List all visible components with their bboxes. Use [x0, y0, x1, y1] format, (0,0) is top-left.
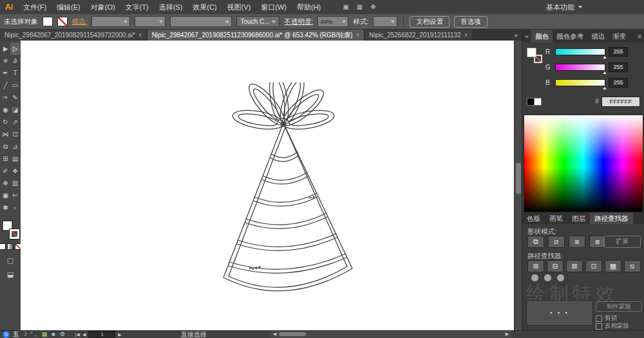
shape-builder-tool[interactable]: ⧉ [1, 140, 10, 153]
hand-tool[interactable]: ✽ [1, 202, 10, 214]
selection-tool[interactable]: ▶ [1, 42, 10, 55]
width-tool[interactable]: ⋈ [1, 128, 10, 140]
stroke-swatch[interactable] [10, 229, 19, 239]
wubi-icon[interactable]: 五 [13, 331, 19, 338]
artboard-tool[interactable]: ▣ [1, 189, 10, 202]
horizontal-scrollbar-thumb[interactable] [279, 332, 306, 336]
pencil-tool[interactable]: ✎ [10, 91, 20, 104]
white-swatch[interactable] [534, 98, 542, 106]
close-tab-icon[interactable]: × [138, 32, 142, 39]
stroke-weight-dropdown[interactable] [91, 16, 130, 27]
channel-value-field[interactable]: 255 [609, 62, 628, 72]
fill-swatch[interactable] [527, 48, 536, 57]
touch-controls-button[interactable]: Touch C... [236, 16, 279, 27]
menu-window[interactable]: 窗口(W) [256, 0, 292, 14]
vertical-scrollbar-thumb[interactable] [516, 163, 521, 194]
unite-icon[interactable]: ⧉ [527, 236, 544, 248]
invert-mask-checkbox[interactable] [596, 323, 602, 330]
horizontal-scrollbar[interactable]: ◀ ▶ [270, 331, 511, 337]
arrange-documents-icon[interactable]: ▣ [343, 0, 348, 14]
draw-mode-button[interactable]: ▢ [7, 256, 14, 265]
menu-file[interactable]: 文件(F) [18, 0, 52, 14]
type-tool[interactable]: T [10, 67, 20, 79]
menu-type[interactable]: 文字(T) [120, 0, 154, 14]
mesh-tool[interactable]: ⊞ [1, 153, 10, 165]
divide-icon[interactable]: ⊞ [527, 260, 544, 272]
panel-tab-swatches[interactable]: 色板 [522, 212, 545, 224]
paintbrush-tool[interactable]: ✑ [1, 91, 10, 104]
mask-thumbnail-box[interactable]: • • • [526, 300, 593, 326]
stroke-link[interactable]: 描边: [72, 17, 88, 26]
workspace-grid-icon[interactable]: ▦ [357, 0, 363, 14]
slider-marker-icon[interactable] [603, 54, 607, 59]
variable-width-profile-dropdown[interactable] [170, 16, 232, 27]
scale-tool[interactable]: ⇗ [10, 116, 20, 128]
dock-tab-color-guide[interactable]: 颜色参考 [553, 30, 587, 42]
slider-marker-icon[interactable] [603, 85, 607, 89]
prev-artboard-button[interactable]: ◀ [82, 332, 86, 337]
tab-overflow-icon[interactable]: » [510, 30, 522, 41]
opacity-link[interactable]: 不透明度: [284, 17, 313, 26]
column-graph-tool[interactable]: ▥ [10, 177, 20, 189]
dock-tab-stroke[interactable]: 描边 [587, 30, 609, 42]
invert-mask-option[interactable]: 反相蒙版 [596, 322, 629, 330]
panel-menu-icon[interactable]: ≡ [634, 32, 644, 40]
cs-services-icon[interactable]: ✥ [370, 0, 375, 14]
menu-effect[interactable]: 效果(C) [187, 0, 222, 14]
workspace-switcher[interactable]: 基本功能 [546, 3, 582, 12]
channel-slider[interactable] [555, 64, 605, 71]
close-tab-icon[interactable]: × [356, 32, 360, 39]
menu-help[interactable]: 帮助(H) [292, 0, 326, 14]
line-segment-tool[interactable]: ╱ [1, 79, 10, 91]
slice-tool[interactable]: ✄ [10, 189, 20, 202]
free-transform-tool[interactable]: ⊡ [10, 128, 20, 140]
document-tab[interactable]: Nipic_29842067_20190829115439732000.ai*× [0, 30, 147, 41]
stroke-color-swatch[interactable] [57, 17, 68, 26]
make-mask-button[interactable]: 制作蒙版 [596, 301, 642, 312]
intersect-icon[interactable]: ⧆ [569, 236, 585, 248]
channel-slider[interactable] [555, 48, 605, 55]
punctuation-icon[interactable]: °， [30, 331, 39, 338]
rectangle-tool[interactable]: ▭ [10, 79, 20, 91]
channel-value-field[interactable]: 255 [609, 78, 628, 88]
outline-icon[interactable]: ▦ [605, 260, 621, 272]
artboard-canvas[interactable] [21, 41, 514, 330]
scroll-left-icon[interactable]: ◀ [270, 332, 279, 337]
expand-button[interactable]: 扩展 [603, 236, 641, 248]
keyboard-icon[interactable]: ▦ [42, 331, 48, 338]
dock-tab-gradient[interactable]: 渐变 [609, 30, 630, 42]
screen-mode-button[interactable]: ⬓ [7, 270, 14, 279]
hex-value-field[interactable]: FFFFFF [601, 97, 640, 107]
clip-checkbox[interactable] [596, 315, 602, 322]
pen-tool[interactable]: ✒ [1, 67, 10, 79]
channel-slider[interactable] [555, 79, 605, 86]
party-hat-artwork[interactable] [213, 82, 357, 311]
preferences-button[interactable]: 首选项 [454, 16, 488, 28]
gradient-tool[interactable]: ▤ [10, 153, 20, 165]
rotate-tool[interactable]: ↻ [1, 116, 10, 128]
dock-tab-color[interactable]: 颜色 [531, 30, 553, 42]
menu-select[interactable]: 选择(S) [154, 0, 188, 14]
lasso-tool[interactable]: ∂ [10, 55, 20, 67]
minus-back-icon[interactable]: ⧅ [624, 260, 641, 272]
crop-icon[interactable]: ⊡ [585, 260, 602, 272]
close-tab-icon[interactable]: × [464, 32, 468, 39]
moon-icon[interactable]: ☽ [22, 331, 27, 338]
menu-edit[interactable]: 编辑(E) [52, 0, 86, 14]
trim-icon[interactable]: ⊟ [547, 260, 564, 272]
artboard-number-field[interactable]: 1 [88, 331, 115, 338]
minus-front-icon[interactable]: ⧄ [548, 236, 565, 248]
merge-icon[interactable]: ⊠ [566, 260, 583, 272]
sogou-icon[interactable]: S [3, 331, 10, 338]
document-setup-button[interactable]: 文档设置 [410, 16, 450, 28]
collapse-panels-icon[interactable]: « [522, 32, 531, 40]
style-dropdown[interactable] [373, 16, 397, 27]
zoom-tool[interactable]: ⌕ [10, 202, 20, 214]
eraser-tool[interactable]: ◪ [10, 104, 20, 116]
panel-tab-layers[interactable]: 图层 [567, 212, 590, 224]
wrench-icon[interactable]: ⚙ [60, 331, 65, 338]
eyedropper-tool[interactable]: ✐ [1, 165, 10, 177]
first-artboard-button[interactable]: |◀ [75, 332, 80, 337]
magic-wand-tool[interactable]: ✳ [1, 55, 10, 67]
channel-value-field[interactable]: 255 [609, 47, 628, 57]
